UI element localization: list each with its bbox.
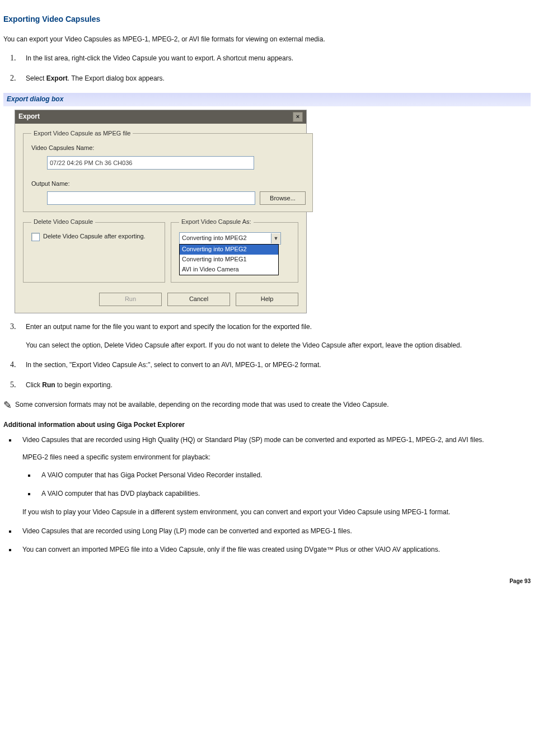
bullet-1: Video Capsules that are recorded using H… [17, 435, 531, 518]
export-option-mpeg1[interactable]: Converting into MPEG1 [180, 255, 278, 265]
bullet-1b: MPEG-2 files need a specific system envi… [22, 453, 531, 462]
export-format-selected: Converting into MPEG2 [182, 234, 247, 243]
group-delete: Delete Video Capsule Delete Video Capsul… [23, 218, 165, 283]
step-5-pre: Click [26, 381, 42, 389]
group-export-mpeg: Export Video Capsule as MPEG file Video … [23, 129, 313, 213]
cancel-button[interactable]: Cancel [167, 293, 230, 306]
group-export-as-legend: Export Video Capsule As: [179, 218, 254, 227]
step-1-text: In the list area, right-click the Video … [26, 54, 293, 62]
page-title: Exporting Video Capsules [3, 13, 531, 25]
step-2-pre: Select [26, 74, 46, 82]
bullet-3: You can convert an imported MPEG file in… [17, 545, 531, 555]
group-export-as: Export Video Capsule As: Converting into… [171, 218, 298, 283]
step-4-text: In the section, "Export Video Capsule As… [26, 361, 321, 369]
step-4: In the section, "Export Video Capsule As… [18, 359, 531, 370]
note-text: Some conversion formats may not be avail… [15, 400, 389, 410]
bullet-2: Video Capsules that are recorded using L… [17, 527, 531, 536]
bullet-1a: Video Capsules that are recorded using H… [22, 436, 484, 444]
group-delete-legend: Delete Video Capsule [31, 218, 95, 227]
output-name-label: Output Name: [31, 180, 306, 189]
export-format-dropdown: Converting into MPEG2 Converting into MP… [179, 244, 279, 275]
export-dialog: Export × Export Video Capsule as MPEG fi… [15, 110, 307, 314]
chevron-down-icon[interactable]: ▼ [271, 233, 280, 243]
additional-info-heading: Additional information about using Giga … [3, 420, 531, 430]
step-5-post: to begin exporting. [55, 381, 113, 389]
bullet-1c1: A VAIO computer that has Giga Pocket Per… [36, 471, 531, 480]
step-1: In the list area, right-click the Video … [18, 53, 531, 64]
video-capsules-name-input[interactable] [47, 156, 254, 170]
bullet-list: Video Capsules that are recorded using H… [17, 435, 531, 555]
dialog-title-bar: Export × [15, 110, 306, 124]
step-3: Enter an output name for the file you wa… [18, 321, 531, 350]
dialog-title: Export [18, 112, 40, 121]
intro-paragraph: You can export your Video Capsules as MP… [3, 35, 531, 44]
page-number: Page 93 [3, 577, 531, 586]
bullet-1c2: A VAIO computer that has DVD playback ca… [36, 489, 531, 499]
bullet-1d: If you wish to play your Video Capsule i… [22, 508, 531, 517]
video-capsules-name-label: Video Capsules Name: [31, 144, 306, 153]
bullet-1-sublist: A VAIO computer that has Giga Pocket Per… [36, 471, 531, 499]
step-2: Select Export. The Export dialog box app… [18, 73, 531, 84]
note: ✎ Some conversion formats may not be ava… [3, 400, 531, 410]
figure-caption: Export dialog box [3, 93, 531, 106]
group-export-mpeg-legend: Export Video Capsule as MPEG file [31, 129, 133, 138]
note-icon: ✎ [3, 400, 12, 410]
run-button[interactable]: Run [99, 293, 162, 306]
browse-button[interactable]: Browse... [260, 191, 306, 205]
help-button[interactable]: Help [236, 293, 298, 306]
delete-after-export-label: Delete Video Capsule after exporting. [43, 232, 146, 241]
close-icon[interactable]: × [293, 112, 303, 122]
delete-after-export-checkbox[interactable] [31, 233, 40, 241]
export-option-avi[interactable]: AVI in Video Camera [180, 265, 278, 275]
step-3-extra: You can select the option, Delete Video … [26, 341, 531, 350]
export-format-select[interactable]: Converting into MPEG2 ▼ [179, 232, 281, 245]
step-3-text: Enter an output name for the file you wa… [26, 323, 312, 331]
output-name-input[interactable] [47, 191, 255, 205]
step-2-bold: Export [46, 74, 68, 82]
dialog-figure: Export × Export Video Capsule as MPEG fi… [15, 110, 531, 314]
steps-list-top: In the list area, right-click the Video … [18, 53, 531, 84]
step-5-bold: Run [42, 381, 55, 389]
steps-list-bottom: Enter an output name for the file you wa… [18, 321, 531, 391]
export-option-mpeg2[interactable]: Converting into MPEG2 [180, 245, 278, 255]
step-2-post: . The Export dialog box appears. [68, 74, 165, 82]
step-5: Click Run to begin exporting. [18, 379, 531, 391]
